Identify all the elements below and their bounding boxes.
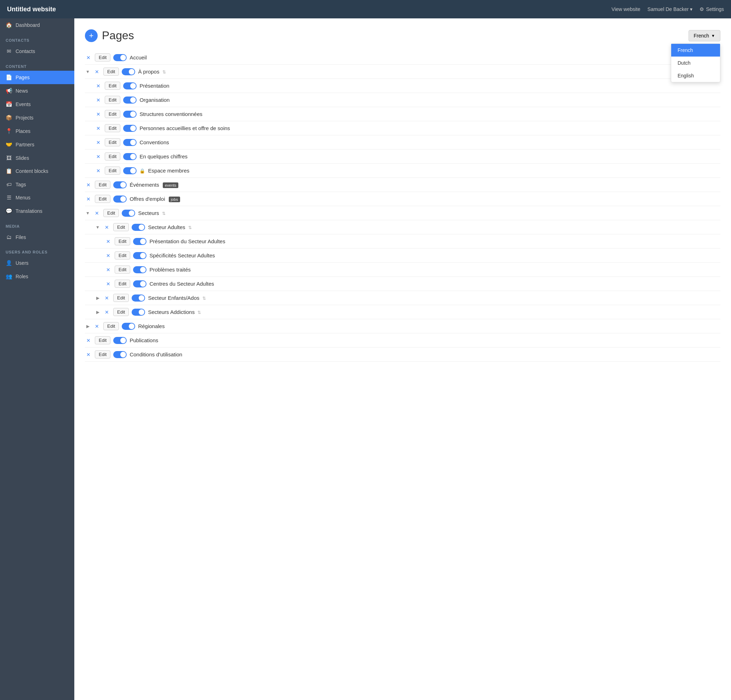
edit-button[interactable]: Edit xyxy=(114,251,130,259)
delete-button[interactable]: ✕ xyxy=(103,224,110,231)
toggle-switch[interactable] xyxy=(132,309,145,316)
sidebar-item-menus[interactable]: ☰ Menus xyxy=(0,191,74,204)
sidebar-item-tags[interactable]: 🏷 Tags xyxy=(0,178,74,191)
edit-button[interactable]: Edit xyxy=(114,265,130,274)
delete-button[interactable]: ✕ xyxy=(103,294,110,302)
delete-button[interactable]: ✕ xyxy=(105,238,112,245)
projects-icon: 📦 xyxy=(6,114,12,121)
delete-button[interactable]: ✕ xyxy=(105,252,112,259)
delete-button[interactable]: ✕ xyxy=(93,209,100,217)
delete-button[interactable]: ✕ xyxy=(105,266,112,273)
table-row: ✕ Edit Organisation xyxy=(85,93,721,107)
toggle-switch[interactable] xyxy=(123,111,137,118)
edit-button[interactable]: Edit xyxy=(113,308,129,316)
lang-option-english[interactable]: English xyxy=(671,69,720,82)
sidebar-item-files[interactable]: 🗂 Files xyxy=(0,230,74,244)
delete-button[interactable]: ✕ xyxy=(85,182,92,189)
edit-button[interactable]: Edit xyxy=(105,110,120,118)
sidebar-item-events[interactable]: 📅 Events xyxy=(0,98,74,111)
delete-button[interactable]: ✕ xyxy=(95,139,102,146)
sidebar-item-dashboard[interactable]: 🏠 Dashboard xyxy=(0,18,74,32)
edit-button[interactable]: Edit xyxy=(103,67,119,76)
edit-button[interactable]: Edit xyxy=(103,209,119,217)
toggle-switch[interactable] xyxy=(113,337,127,344)
edit-button[interactable]: Edit xyxy=(105,124,120,132)
edit-button[interactable]: Edit xyxy=(105,152,120,161)
toggle-switch[interactable] xyxy=(113,182,127,189)
toggle-switch[interactable] xyxy=(122,68,135,75)
toggle-switch[interactable] xyxy=(122,209,135,217)
collapse-button[interactable]: ▶ xyxy=(85,324,91,329)
edit-button[interactable]: Edit xyxy=(105,96,120,104)
delete-button[interactable]: ✕ xyxy=(85,337,92,344)
delete-button[interactable]: ✕ xyxy=(95,153,102,160)
edit-button[interactable]: Edit xyxy=(95,350,110,359)
settings-link[interactable]: ⚙ Settings xyxy=(700,6,724,12)
toggle-switch[interactable] xyxy=(123,82,137,89)
sidebar-item-partners[interactable]: 🤝 Partners xyxy=(0,138,74,151)
sidebar-item-contacts[interactable]: ✉ Contacts xyxy=(0,45,74,58)
delete-button[interactable]: ✕ xyxy=(95,111,102,118)
edit-button[interactable]: Edit xyxy=(103,322,119,330)
sidebar-users-label: Users xyxy=(16,260,29,266)
toggle-switch[interactable] xyxy=(122,323,135,330)
edit-button[interactable]: Edit xyxy=(105,82,120,90)
lang-option-dutch[interactable]: Dutch xyxy=(671,57,720,69)
collapse-button[interactable]: ▶ xyxy=(95,309,100,315)
edit-button[interactable]: Edit xyxy=(95,181,110,189)
collapse-button[interactable]: ▼ xyxy=(95,224,100,230)
edit-button[interactable]: Edit xyxy=(105,138,120,146)
toggle-switch[interactable] xyxy=(123,139,137,146)
toggle-switch[interactable] xyxy=(123,153,137,160)
collapse-button[interactable]: ▼ xyxy=(85,210,91,216)
delete-button[interactable]: ✕ xyxy=(105,280,112,287)
sidebar-item-places[interactable]: 📍 Places xyxy=(0,124,74,138)
edit-button[interactable]: Edit xyxy=(95,195,110,203)
sidebar-item-content-blocks[interactable]: 📋 Content blocks xyxy=(0,164,74,178)
user-menu[interactable]: Samuel De Backer ▾ xyxy=(647,6,693,12)
edit-button[interactable]: Edit xyxy=(113,223,129,231)
sidebar-item-roles[interactable]: 👥 Roles xyxy=(0,270,74,283)
edit-button[interactable]: Edit xyxy=(95,53,110,62)
toggle-switch[interactable] xyxy=(132,294,145,302)
delete-button[interactable]: ✕ xyxy=(95,97,102,104)
delete-button[interactable]: ✕ xyxy=(85,351,92,358)
toggle-switch[interactable] xyxy=(113,196,127,202)
lang-option-french[interactable]: French xyxy=(671,44,720,57)
collapse-button[interactable]: ▶ xyxy=(95,295,100,301)
view-website-link[interactable]: View website xyxy=(611,6,640,12)
edit-button[interactable]: Edit xyxy=(113,294,129,302)
edit-button[interactable]: Edit xyxy=(114,237,130,245)
collapse-button[interactable]: ▼ xyxy=(85,69,91,75)
toggle-switch[interactable] xyxy=(123,167,137,174)
delete-button[interactable]: ✕ xyxy=(103,309,110,316)
delete-button[interactable]: ✕ xyxy=(85,54,92,61)
edit-button[interactable]: Edit xyxy=(105,167,120,175)
toggle-switch[interactable] xyxy=(113,54,127,61)
toggle-switch[interactable] xyxy=(132,224,145,231)
delete-button[interactable]: ✕ xyxy=(93,323,100,330)
table-row: ✕ Edit 🔒 Espace membres xyxy=(85,164,721,178)
toggle-switch[interactable] xyxy=(113,351,127,358)
toggle-switch[interactable] xyxy=(123,125,137,132)
add-page-button[interactable]: + xyxy=(85,29,98,42)
toggle-switch[interactable] xyxy=(133,238,147,245)
sidebar-item-slides[interactable]: 🖼 Slides xyxy=(0,151,74,164)
delete-button[interactable]: ✕ xyxy=(95,125,102,132)
sidebar-item-pages[interactable]: 📄 Pages xyxy=(0,71,74,84)
sidebar-item-translations[interactable]: 💬 Translations xyxy=(0,204,74,218)
delete-button[interactable]: ✕ xyxy=(85,196,92,202)
toggle-switch[interactable] xyxy=(123,97,137,104)
delete-button[interactable]: ✕ xyxy=(93,68,100,75)
delete-button[interactable]: ✕ xyxy=(95,167,102,174)
toggle-switch[interactable] xyxy=(133,252,147,259)
sidebar-item-news[interactable]: 📢 News xyxy=(0,84,74,98)
edit-button[interactable]: Edit xyxy=(114,280,130,288)
toggle-switch[interactable] xyxy=(133,266,147,273)
toggle-switch[interactable] xyxy=(133,280,147,287)
language-dropdown-button[interactable]: French ▼ xyxy=(688,30,721,41)
sidebar-item-projects[interactable]: 📦 Projects xyxy=(0,111,74,124)
edit-button[interactable]: Edit xyxy=(95,336,110,344)
delete-button[interactable]: ✕ xyxy=(95,82,102,89)
sidebar-item-users[interactable]: 👤 Users xyxy=(0,256,74,270)
